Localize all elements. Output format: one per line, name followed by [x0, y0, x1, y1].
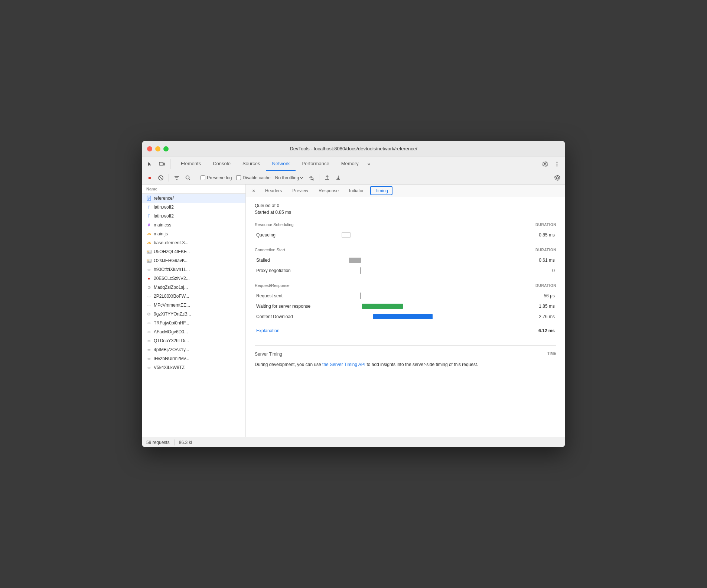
request-response-title: Request/Response [255, 283, 290, 288]
search-icon[interactable] [183, 173, 193, 183]
network-settings-icon[interactable] [553, 173, 562, 183]
tab-performance[interactable]: Performance [296, 157, 335, 171]
clear-button[interactable] [156, 173, 166, 183]
detail-tab-initiator[interactable]: Initiator [344, 184, 369, 197]
proxy-bar-offset [360, 267, 361, 274]
waiting-row: Waiting for server response 1.85 ms [255, 301, 556, 311]
stalled-duration: 0.61 ms [532, 258, 555, 263]
tab-memory[interactable]: Memory [335, 157, 365, 171]
disable-cache-input[interactable] [236, 175, 241, 180]
doc-icon-11: ▭ [146, 294, 152, 299]
request-sent-label: Request sent [256, 293, 330, 298]
request-sent-bar-container [330, 293, 460, 299]
sidebar-item-7[interactable]: O2slJEHG9avK... [142, 256, 245, 265]
devtools-tabs-bar: Elements Console Sources Network Perform… [142, 157, 565, 171]
doc-icon-18: ▭ [146, 356, 152, 361]
connection-start-header: Connection Start DURATION [255, 248, 556, 252]
sidebar-item-2[interactable]: T latin.woff2 [142, 212, 245, 220]
proxy-bar-area [330, 265, 532, 276]
sidebar-item-14[interactable]: ▭ TRFujw0pi0nHF... [142, 318, 245, 327]
sidebar-item-17[interactable]: ▭ 4pIMBj7zOAk1y... [142, 345, 245, 354]
close-button[interactable] [147, 146, 152, 151]
request-sent-duration: 56 μs [532, 293, 555, 298]
total-row: Explanation 6.12 ms [255, 325, 556, 336]
traffic-lights [147, 146, 169, 151]
preserve-log-input[interactable] [201, 175, 205, 180]
js-icon-1: JS [146, 231, 152, 236]
svg-point-20 [147, 251, 149, 252]
wifi-settings-icon[interactable] [306, 173, 316, 183]
server-timing-title: Server Timing [255, 352, 282, 357]
doc-icon-15: ▭ [146, 329, 152, 334]
close-detail-button[interactable]: × [249, 186, 258, 196]
title-bar: DevTools - localhost:8080/docs/devtools/… [142, 141, 565, 157]
tab-console[interactable]: Console [207, 157, 237, 171]
request-response-section: Request/Response DURATION Request sent [255, 283, 556, 322]
sidebar-item-9[interactable]: ● 20E6CLcSzNV2... [142, 274, 245, 283]
sidebar-item-4[interactable]: JS main.js [142, 229, 245, 238]
settings-icon[interactable] [540, 159, 550, 169]
sidebar-item-16[interactable]: ▭ QTDnaY32hLDi... [142, 336, 245, 345]
request-sent-row: Request sent 56 μs [255, 291, 556, 301]
tab-elements[interactable]: Elements [175, 157, 207, 171]
explanation-link[interactable]: Explanation [256, 328, 280, 333]
minimize-button[interactable] [155, 146, 160, 151]
stalled-label: Stalled [256, 258, 330, 263]
download-icon[interactable] [333, 173, 343, 183]
total-duration: 6.12 ms [538, 328, 555, 333]
sidebar-item-name-2: latin.woff2 [154, 213, 174, 219]
sidebar-item-name-5: base-element-3... [154, 240, 188, 245]
js-icon-2: JS [146, 240, 152, 245]
detail-tab-timing[interactable]: Timing [370, 186, 392, 195]
detail-tab-preview[interactable]: Preview [287, 184, 313, 197]
throttle-dropdown[interactable]: No throttling [274, 174, 305, 181]
svg-line-14 [313, 179, 314, 180]
upload-icon[interactable] [322, 173, 332, 183]
sidebar-item-name-0: reference/ [154, 196, 174, 201]
sidebar-item-3[interactable]: # main.css [142, 220, 245, 229]
doc-icon-16: ▭ [146, 338, 152, 343]
doc-icon-19: ▭ [146, 365, 152, 370]
sidebar-item-12[interactable]: ▭ MPcVmmemtEE... [142, 301, 245, 310]
sidebar-item-13[interactable]: ⚙ 9gzXiTYYOnZzB... [142, 310, 245, 318]
sidebar-item-name-11: 2P2L80XfBoFW... [154, 294, 189, 299]
content-download-label: Content Download [256, 314, 330, 319]
record-button[interactable]: ● [145, 173, 154, 183]
waiting-bar-offset [362, 304, 403, 309]
request-sent-bar [360, 293, 361, 299]
tab-sources[interactable]: Sources [237, 157, 266, 171]
duration-label-2: DURATION [535, 248, 556, 252]
server-timing-description: During development, you can use the Serv… [255, 361, 544, 368]
disable-cache-checkbox[interactable]: Disable cache [236, 175, 270, 180]
requests-count: 59 requests [146, 440, 170, 445]
devtools-tab-icons [145, 159, 170, 169]
preserve-log-checkbox[interactable]: Preserve log [201, 175, 232, 180]
proxy-label: Proxy negotiation [256, 268, 330, 273]
sidebar-item-11[interactable]: ▭ 2P2L80XfBoFW... [142, 292, 245, 301]
queueing-bar-area [330, 230, 532, 240]
cursor-icon[interactable] [145, 159, 155, 169]
duration-label-3: DURATION [535, 284, 556, 288]
queueing-row: Queueing 0.85 ms [255, 230, 556, 240]
sidebar-item-10[interactable]: ⊘ MadqZslZpo1sj... [142, 283, 245, 292]
more-options-icon[interactable] [552, 159, 562, 169]
sidebar-item-19[interactable]: ▭ V5k4XiLkW8TZ [142, 363, 245, 372]
sidebar-item-8[interactable]: ▭ h90CtfziXluvh1L... [142, 265, 245, 274]
tab-network[interactable]: Network [266, 157, 296, 171]
sidebar-item-name-18: lHvzbNUlrm2Mv... [154, 356, 189, 361]
sidebar-item-18[interactable]: ▭ lHvzbNUlrm2Mv... [142, 354, 245, 363]
server-timing-api-link[interactable]: the Server Timing API [322, 362, 365, 367]
maximize-button[interactable] [163, 146, 169, 151]
sidebar: Name reference/ T latin.woff2 T latin.wo… [142, 184, 246, 437]
sidebar-item-5[interactable]: JS base-element-3... [142, 238, 245, 247]
tab-more[interactable]: » [365, 161, 373, 167]
sidebar-item-1[interactable]: T latin.woff2 [142, 203, 245, 212]
filter-icon[interactable] [172, 173, 182, 183]
detail-tab-response[interactable]: Response [313, 184, 344, 197]
device-icon[interactable] [157, 159, 167, 169]
sidebar-item-0[interactable]: reference/ [142, 194, 245, 203]
sidebar-item-6[interactable]: U5OHzQL4tEKF... [142, 247, 245, 256]
detail-tab-headers[interactable]: Headers [260, 184, 287, 197]
sidebar-item-15[interactable]: ▭ AFacMOgv6D0... [142, 327, 245, 336]
content-download-bar-area [330, 311, 532, 322]
